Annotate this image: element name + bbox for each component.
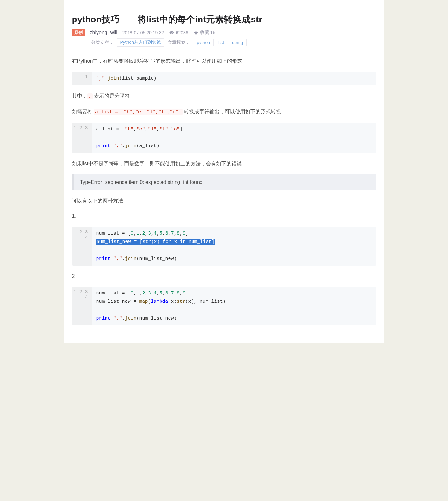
line-gutter: 1 2 3 4	[72, 287, 92, 325]
author-link[interactable]: zhiyong_will	[90, 30, 117, 35]
article-body: python技巧——将list中的每个int元素转换成str 原创 zhiyon…	[64, 0, 384, 325]
category-link[interactable]: Python从入门到实践	[117, 38, 165, 47]
inline-code: ,	[87, 93, 93, 99]
star-icon	[193, 30, 199, 35]
paragraph: 可以有以下的两种方法：	[72, 196, 376, 206]
tag-link[interactable]: python	[193, 39, 214, 46]
paragraph: 如需要将 a_list = ["h","e","l","l","o"] 转换成字…	[72, 107, 376, 117]
code-content[interactable]: a_list = ["h","e","l","l","o"] print ","…	[92, 123, 376, 153]
fav-label: 收藏 18	[200, 30, 215, 35]
eye-icon	[169, 30, 174, 35]
category-label: 分类专栏：	[91, 40, 114, 45]
paragraph: 其中，, 表示的是分隔符	[72, 91, 376, 101]
line-gutter: 1 2 3 4	[72, 227, 92, 266]
article-content: 在Python中，有时需要将list以字符串的形式输出，此时可以使用如下的形式：…	[72, 56, 376, 325]
article-page: python技巧——将list中的每个int元素转换成str 原创 zhiyon…	[64, 0, 384, 343]
code-block-3: 1 2 3 4 num_list = [0,1,2,3,4,5,6,7,8,9]…	[72, 227, 376, 266]
code-block-4: 1 2 3 4 num_list = [0,1,2,3,4,5,6,7,8,9]…	[72, 287, 376, 325]
views-count: 62036	[176, 30, 188, 35]
inline-code: a_list = ["h","e","l","l","o"]	[94, 109, 183, 115]
article-title: python技巧——将list中的每个int元素转换成str	[72, 13, 376, 26]
meta-row: 原创 zhiyong_will 2018-07-05 20:19:32 6203…	[72, 29, 376, 36]
code-block-1: 1 ",".join(list_sample)	[72, 72, 376, 85]
original-badge: 原创	[72, 29, 85, 36]
code-content[interactable]: ",".join(list_sample)	[92, 72, 376, 85]
paragraph: 如果list中不是字符串，而是数字，则不能使用如上的方法，会有如下的错误：	[72, 159, 376, 168]
views: 62036	[169, 30, 188, 35]
error-blockquote: TypeError: sequence item 0: expected str…	[72, 174, 376, 190]
publish-time: 2018-07-05 20:19:32	[122, 30, 164, 35]
meta-row-2: 分类专栏： Python从入门到实践 文章标签： python list str…	[91, 38, 376, 47]
code-content[interactable]: num_list = [0,1,2,3,4,5,6,7,8,9]num_list…	[92, 227, 376, 266]
favorites[interactable]: 收藏 18	[193, 30, 215, 35]
paragraph: 在Python中，有时需要将list以字符串的形式输出，此时可以使用如下的形式：	[72, 56, 376, 66]
tags-label: 文章标签：	[168, 40, 190, 45]
paragraph: 2、	[72, 271, 376, 281]
tag-link[interactable]: string	[229, 39, 247, 46]
code-content[interactable]: num_list = [0,1,2,3,4,5,6,7,8,9]num_list…	[92, 287, 376, 325]
paragraph: 1、	[72, 211, 376, 221]
line-gutter: 1	[72, 72, 92, 85]
code-block-2: 1 2 3 a_list = ["h","e","l","l","o"] pri…	[72, 123, 376, 153]
tag-link[interactable]: list	[215, 39, 227, 46]
line-gutter: 1 2 3	[72, 123, 92, 153]
